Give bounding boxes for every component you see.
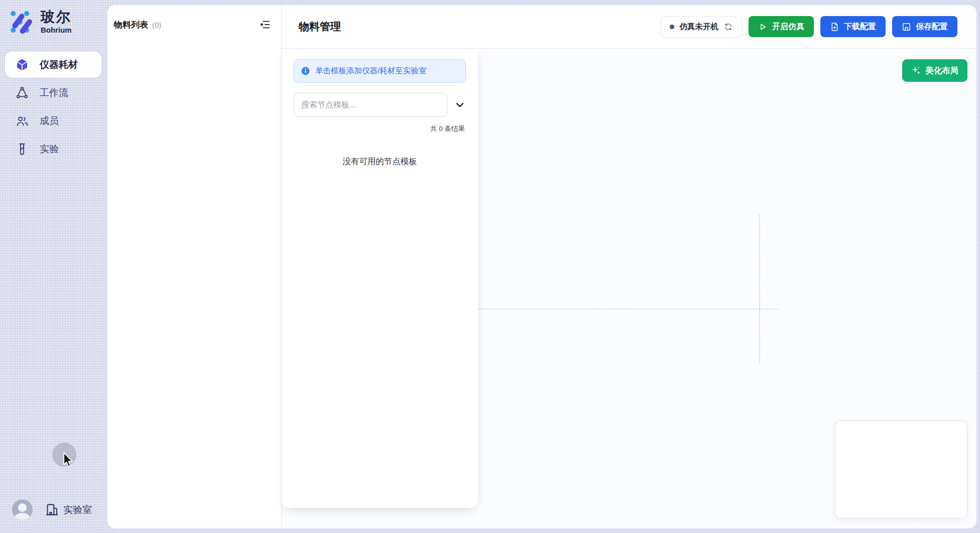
sidebar-item-experiments[interactable]: 实验 <box>5 136 101 162</box>
material-list-header: 物料列表 (0) <box>107 5 281 31</box>
brand-logo[interactable]: 玻尔 Bohrium <box>8 8 72 36</box>
material-list-count: (0) <box>152 21 161 29</box>
lab-switcher[interactable]: 实验室 <box>45 503 92 516</box>
avatar-body-shape <box>15 513 30 520</box>
sidebar-footer: 实验室 <box>12 499 92 520</box>
beautify-layout-button[interactable]: 美化布局 <box>902 59 967 82</box>
start-simulation-label: 开启仿真 <box>772 22 804 32</box>
sidebar-item-workflow[interactable]: 工作流 <box>5 80 101 106</box>
download-config-label: 下载配置 <box>844 22 876 32</box>
info-icon <box>301 66 310 76</box>
template-search-input[interactable] <box>294 93 447 117</box>
file-download-icon <box>830 22 839 32</box>
info-banner: 单击模板添加仪器/耗材至实验室 <box>294 59 466 83</box>
users-icon <box>16 114 29 127</box>
material-list-title: 物料列表 <box>114 19 148 31</box>
main-card: 物料列表 (0) 物料管理 仿真未开机 <box>107 5 976 528</box>
sidebar: 玻尔 Bohrium 仪器耗材 工作流 <box>0 0 107 533</box>
material-list-panel: 物料列表 (0) <box>107 5 282 528</box>
sidebar-item-label: 成员 <box>40 114 59 127</box>
save-config-label: 保存配置 <box>916 22 948 32</box>
brand-text: 玻尔 Bohrium <box>41 10 72 34</box>
bohrium-logo-icon <box>8 8 36 36</box>
alignment-guide-vertical <box>759 215 760 363</box>
alignment-guide-horizontal <box>478 309 778 310</box>
refresh-icon[interactable] <box>724 22 733 31</box>
page-header: 物料管理 仿真未开机 <box>282 5 976 49</box>
info-banner-text: 单击模板添加仪器/耗材至实验室 <box>315 66 426 76</box>
sidebar-item-label: 工作流 <box>40 86 68 99</box>
save-config-button[interactable]: 保存配置 <box>892 16 957 37</box>
empty-templates-message: 没有可用的节点模板 <box>294 156 466 167</box>
sidebar-nav: 仪器耗材 工作流 成员 <box>5 52 101 162</box>
simulation-status-label: 仿真未开机 <box>680 22 719 32</box>
canvas-minimap[interactable] <box>835 421 967 518</box>
status-dot-icon <box>670 25 674 29</box>
template-search-row <box>294 93 466 117</box>
sidebar-item-members[interactable]: 成员 <box>5 108 101 134</box>
sidebar-item-label: 实验 <box>40 143 59 156</box>
user-avatar[interactable] <box>12 499 33 520</box>
avatar-head-shape <box>18 503 27 512</box>
brand-name-zh: 玻尔 <box>41 10 72 25</box>
workflow-icon <box>16 86 29 99</box>
cube-icon <box>16 58 29 71</box>
test-tube-icon <box>16 143 29 156</box>
node-template-panel: 单击模板添加仪器/耗材至实验室 共 0 条结果 没有可用的节点模板 <box>282 49 478 508</box>
sparkles-icon <box>911 66 921 75</box>
page-title: 物料管理 <box>299 20 341 34</box>
result-count: 共 0 条结果 <box>294 124 466 134</box>
building-icon <box>45 503 59 516</box>
header-actions: 仿真未开机 开启仿真 <box>661 16 958 38</box>
sidebar-item-label: 仪器耗材 <box>40 58 78 71</box>
download-config-button[interactable]: 下载配置 <box>820 16 886 37</box>
brand-name-en: Bohrium <box>41 26 72 34</box>
save-icon <box>902 22 911 32</box>
chevron-down-icon[interactable] <box>454 99 466 111</box>
content-area: 物料管理 仿真未开机 <box>282 5 976 528</box>
beautify-layout-label: 美化布局 <box>925 65 958 76</box>
collapse-panel-icon[interactable] <box>259 19 271 31</box>
play-icon <box>758 22 768 32</box>
app-root: 玻尔 Bohrium 仪器耗材 工作流 <box>0 0 980 533</box>
simulation-status-pill[interactable]: 仿真未开机 <box>661 16 743 38</box>
lab-switcher-label: 实验室 <box>63 503 92 516</box>
sidebar-item-instruments[interactable]: 仪器耗材 <box>5 52 101 78</box>
start-simulation-button[interactable]: 开启仿真 <box>749 16 814 37</box>
